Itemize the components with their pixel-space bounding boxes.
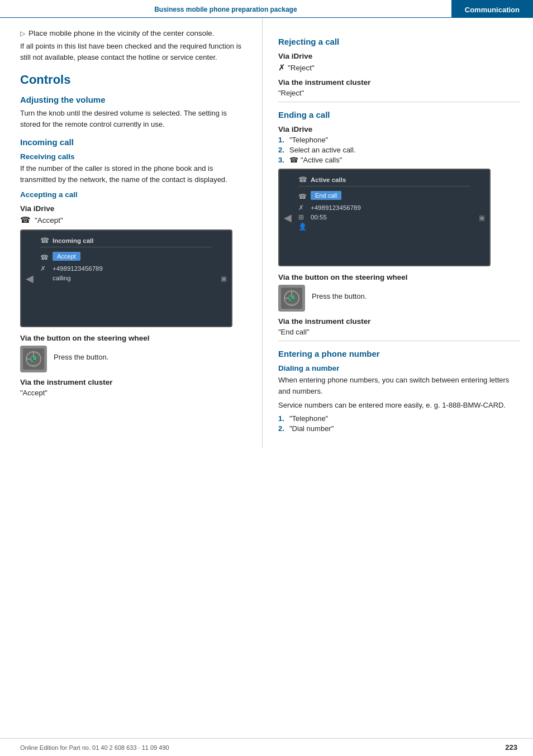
right-steering-section: 📞 Press the button.: [278, 285, 520, 312]
active-end-icon: ☎: [298, 193, 307, 200]
active-screen-inner: ☎ Active calls ☎ End call ✗ +49891234567…: [298, 175, 470, 231]
active-contact-icon: 👤: [298, 223, 307, 231]
left-via-idrive-heading: Via iDrive: [20, 204, 246, 213]
screen-reject-row: ✗ +4989123456789: [40, 265, 212, 272]
end-idrive-steps: 1. "Telephone" 2. Select an active call.…: [278, 136, 520, 164]
dial-step-2: 2. "Dial number": [278, 424, 520, 433]
active-contact-empty: [311, 223, 312, 230]
left-column: ▷ Place mobile phone in the vicinity of …: [0, 18, 263, 448]
end-step-1: 1. "Telephone": [278, 136, 520, 144]
right-end-idrive-heading: Via iDrive: [278, 125, 520, 133]
incoming-call-heading: Incoming call: [20, 137, 246, 147]
active-calls-screen: ◀ ☎ Active calls ☎ End call ✗ +498912345…: [278, 169, 491, 266]
accept-idrive-icon: ☎: [20, 215, 31, 225]
active-screen-title: Active calls: [311, 176, 346, 183]
active-time-row: ⊞ 00:55: [298, 213, 470, 221]
screen-accept-btn: Accept: [53, 252, 80, 261]
screen-right-icon: ▣: [221, 275, 227, 283]
right-cluster-end-text: "End call": [278, 328, 520, 336]
receiving-calls-heading: Receiving calls: [20, 152, 246, 161]
dialing-text-1: When entering phone numbers, you can swi…: [278, 375, 520, 396]
active-time: 00:55: [311, 214, 327, 221]
bullet-item: ▷ Place mobile phone in the vicinity of …: [20, 29, 246, 37]
screen-reject-icon: ✗: [40, 265, 49, 272]
page-header: Business mobile phone preparation packag…: [0, 0, 533, 18]
screen-title: Incoming call: [53, 237, 94, 244]
reject-cluster-text: "Reject": [278, 89, 520, 97]
dialing-heading: Dialing a number: [278, 364, 520, 372]
rejecting-heading: Rejecting a call: [278, 37, 520, 46]
communication-tab: Communication: [451, 0, 533, 17]
accepting-call-heading: Accepting a call: [20, 190, 246, 199]
page-number: 223: [505, 743, 517, 752]
screen-status-row: calling: [40, 274, 212, 282]
active-number: +4989123456789: [311, 204, 361, 211]
screen-number: +4989123456789: [53, 265, 103, 272]
right-cluster-heading: Via the instrument cluster: [278, 317, 520, 326]
ending-heading: Ending a call: [278, 110, 520, 119]
active-end-btn: End call: [311, 191, 341, 200]
screen-title-bar: ☎ Incoming call: [40, 236, 212, 247]
steering-wheel-button-image: 📞: [20, 346, 47, 372]
controls-heading: Controls: [20, 73, 246, 87]
left-steering-press-text: Press the button.: [54, 352, 108, 363]
active-contact-row: 👤: [298, 223, 470, 231]
intro-paragraph: If all points in this list have been che…: [20, 41, 246, 63]
incoming-call-screen: ◀ ☎ Incoming call ☎ Accept ✗ +4989123456…: [20, 229, 232, 327]
right-steering-press-text: Press the button.: [312, 291, 367, 302]
divider-2: [278, 341, 520, 341]
adjusting-volume-text: Turn the knob until the desired volume i…: [20, 108, 246, 130]
bullet-arrow-icon: ▷: [20, 30, 25, 37]
reject-idrive-line: ✗ "Reject": [278, 63, 520, 73]
screen-left-arrow-icon: ◀: [26, 272, 34, 285]
active-screen-right-icon: ▣: [479, 214, 485, 222]
dialing-text-2: Service numbers can be entered more easi…: [278, 400, 520, 411]
right-reject-idrive-heading: Via iDrive: [278, 52, 520, 60]
right-column: Rejecting a call Via iDrive ✗ "Reject" V…: [263, 18, 533, 448]
footer-text: Online Edition for Part no. 01 40 2 608 …: [20, 744, 169, 751]
accept-idrive-line: ☎ "Accept": [20, 215, 246, 225]
adjusting-volume-heading: Adjusting the volume: [20, 95, 246, 104]
accept-idrive-text: "Accept": [35, 216, 63, 224]
screen-accept-row: ☎ Accept: [40, 252, 212, 263]
divider-1: [278, 102, 520, 102]
receiving-calls-text: If the number of the caller is stored in…: [20, 163, 246, 185]
left-steering-section: 📞 Press the button.: [20, 346, 246, 372]
active-screen-left-icon: ◀: [284, 212, 292, 224]
active-grid-icon: ⊞: [298, 213, 307, 221]
reject-idrive-icon: ✗: [278, 63, 285, 73]
active-end-call-row: ☎ End call: [298, 191, 470, 202]
end-step3-icon: ☎: [289, 156, 298, 164]
reject-idrive-text: "Reject": [288, 64, 315, 72]
steering-wheel-svg: 📞: [23, 348, 44, 370]
right-steering-heading: Via the button on the steering wheel: [278, 273, 520, 281]
svg-text:📞: 📞: [289, 296, 294, 301]
dial-step-1: 1. "Telephone": [278, 414, 520, 423]
screen-phone-icon: ☎: [40, 236, 49, 245]
right-reject-cluster-heading: Via the instrument cluster: [278, 78, 520, 87]
page-content: ▷ Place mobile phone in the vicinity of …: [0, 18, 533, 448]
left-steering-heading: Via the button on the steering wheel: [20, 334, 246, 342]
dial-steps: 1. "Telephone" 2. "Dial number": [278, 414, 520, 433]
end-step-2: 2. Select an active call.: [278, 146, 520, 154]
screen-status-icon: [40, 274, 49, 282]
screen-status: calling: [53, 275, 71, 281]
screen-accept-icon: ☎: [40, 253, 49, 261]
active-number-row: ✗ +4989123456789: [298, 204, 470, 212]
entering-heading: Entering a phone number: [278, 349, 520, 358]
header-title: Business mobile phone preparation packag…: [0, 0, 451, 17]
right-steering-svg: 📞: [281, 288, 302, 309]
left-cluster-heading: Via the instrument cluster: [20, 378, 246, 386]
bullet-text: Place mobile phone in the vicinity of th…: [28, 29, 214, 37]
active-screen-phone-icon: ☎: [298, 175, 307, 184]
active-screen-title-bar: ☎ Active calls: [298, 175, 470, 186]
active-x-icon: ✗: [298, 204, 307, 212]
left-cluster-accept: "Accept": [20, 389, 246, 397]
right-steering-button-image: 📞: [278, 285, 305, 312]
end-step-3: 3. ☎ "Active calls": [278, 156, 520, 164]
svg-text:📞: 📞: [31, 357, 36, 362]
screen-inner: ☎ Incoming call ☎ Accept ✗ +498912345678…: [40, 236, 212, 282]
page-footer: Online Edition for Part no. 01 40 2 608 …: [0, 738, 533, 756]
